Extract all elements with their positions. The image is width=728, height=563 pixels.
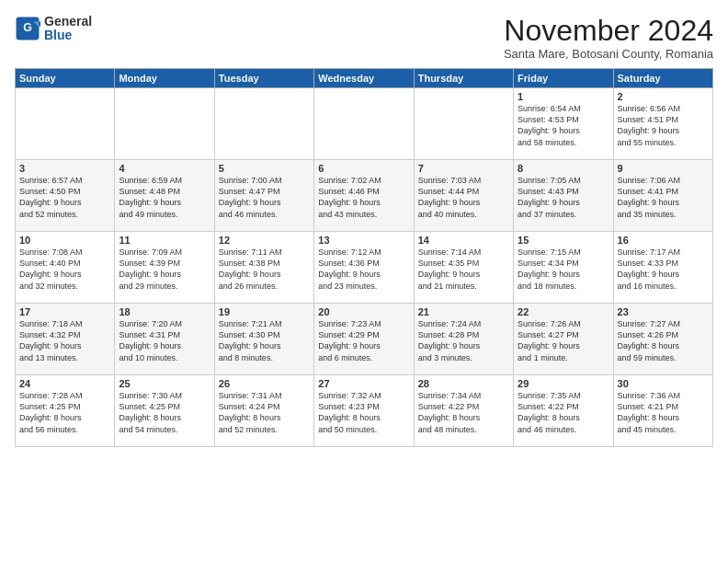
day-number: 13 [318,235,409,246]
day-number: 23 [618,306,709,317]
cell-w2-d3: 6Sunrise: 7:02 AM Sunset: 4:46 PM Daylig… [314,160,414,232]
cell-w3-d1: 11Sunrise: 7:09 AM Sunset: 4:39 PM Dayli… [115,232,214,304]
cell-w3-d2: 12Sunrise: 7:11 AM Sunset: 4:38 PM Dayli… [214,232,313,304]
cell-w1-d1 [115,88,214,160]
day-info: Sunrise: 7:18 AM Sunset: 4:32 PM Dayligh… [19,318,110,363]
cell-w4-d4: 21Sunrise: 7:24 AM Sunset: 4:28 PM Dayli… [414,304,513,375]
location-subtitle: Santa Mare, Botosani County, Romania [504,47,713,61]
week-row-2: 3Sunrise: 6:57 AM Sunset: 4:50 PM Daylig… [16,160,713,232]
day-number: 10 [19,235,110,246]
cell-w5-d2: 26Sunrise: 7:31 AM Sunset: 4:24 PM Dayli… [214,375,313,447]
day-info: Sunrise: 7:09 AM Sunset: 4:39 PM Dayligh… [119,247,210,292]
day-number: 8 [518,163,609,174]
cell-w3-d5: 15Sunrise: 7:15 AM Sunset: 4:34 PM Dayli… [514,232,613,304]
cell-w1-d0 [16,88,115,160]
cell-w1-d5: 1Sunrise: 6:54 AM Sunset: 4:53 PM Daylig… [514,88,613,160]
col-monday: Monday [115,69,214,88]
day-number: 5 [219,163,310,174]
day-number: 22 [518,306,609,317]
cell-w3-d6: 16Sunrise: 7:17 AM Sunset: 4:33 PM Dayli… [613,232,712,304]
day-number: 24 [19,378,110,389]
day-number: 16 [618,235,709,246]
day-info: Sunrise: 7:27 AM Sunset: 4:26 PM Dayligh… [618,318,709,363]
day-number: 4 [119,163,210,174]
day-number: 9 [618,163,709,174]
day-info: Sunrise: 7:03 AM Sunset: 4:44 PM Dayligh… [418,175,509,220]
day-info: Sunrise: 6:56 AM Sunset: 4:51 PM Dayligh… [618,103,709,148]
cell-w1-d3 [314,88,414,160]
cell-w2-d0: 3Sunrise: 6:57 AM Sunset: 4:50 PM Daylig… [16,160,115,232]
day-info: Sunrise: 7:31 AM Sunset: 4:24 PM Dayligh… [219,390,310,435]
cell-w1-d2 [214,88,313,160]
day-info: Sunrise: 7:00 AM Sunset: 4:47 PM Dayligh… [219,175,310,220]
cell-w1-d6: 2Sunrise: 6:56 AM Sunset: 4:51 PM Daylig… [613,88,712,160]
day-number: 19 [219,306,310,317]
cell-w5-d3: 27Sunrise: 7:32 AM Sunset: 4:23 PM Dayli… [314,375,414,447]
day-info: Sunrise: 7:36 AM Sunset: 4:21 PM Dayligh… [618,390,709,435]
day-number: 2 [618,91,709,102]
day-info: Sunrise: 7:23 AM Sunset: 4:29 PM Dayligh… [318,318,409,363]
cell-w5-d6: 30Sunrise: 7:36 AM Sunset: 4:21 PM Dayli… [613,375,712,447]
day-info: Sunrise: 6:54 AM Sunset: 4:53 PM Dayligh… [518,103,609,148]
day-info: Sunrise: 7:28 AM Sunset: 4:25 PM Dayligh… [19,390,110,435]
cell-w1-d4 [414,88,513,160]
week-row-1: 1Sunrise: 6:54 AM Sunset: 4:53 PM Daylig… [16,88,713,160]
cell-w3-d4: 14Sunrise: 7:14 AM Sunset: 4:35 PM Dayli… [414,232,513,304]
day-info: Sunrise: 7:14 AM Sunset: 4:35 PM Dayligh… [418,247,509,292]
logo-blue-text: Blue [44,29,92,42]
cell-w3-d0: 10Sunrise: 7:08 AM Sunset: 4:40 PM Dayli… [16,232,115,304]
day-number: 28 [418,378,509,389]
header: G General Blue November 2024 Santa Mare,… [15,15,713,61]
month-title: November 2024 [504,15,713,47]
day-number: 29 [518,378,609,389]
col-saturday: Saturday [613,69,712,88]
week-row-4: 17Sunrise: 7:18 AM Sunset: 4:32 PM Dayli… [16,304,713,375]
col-sunday: Sunday [16,69,115,88]
day-info: Sunrise: 6:57 AM Sunset: 4:50 PM Dayligh… [19,175,110,220]
svg-text:G: G [23,22,32,35]
cell-w4-d6: 23Sunrise: 7:27 AM Sunset: 4:26 PM Dayli… [613,304,712,375]
day-info: Sunrise: 7:35 AM Sunset: 4:22 PM Dayligh… [518,390,609,435]
day-info: Sunrise: 7:02 AM Sunset: 4:46 PM Dayligh… [318,175,409,220]
week-row-3: 10Sunrise: 7:08 AM Sunset: 4:40 PM Dayli… [16,232,713,304]
day-info: Sunrise: 7:08 AM Sunset: 4:40 PM Dayligh… [19,247,110,292]
col-tuesday: Tuesday [214,69,313,88]
day-number: 30 [618,378,709,389]
col-friday: Friday [514,69,613,88]
day-info: Sunrise: 7:32 AM Sunset: 4:23 PM Dayligh… [318,390,409,435]
calendar-table: Sunday Monday Tuesday Wednesday Thursday… [15,68,713,447]
day-info: Sunrise: 7:26 AM Sunset: 4:27 PM Dayligh… [518,318,609,363]
day-info: Sunrise: 7:12 AM Sunset: 4:36 PM Dayligh… [318,247,409,292]
day-number: 14 [418,235,509,246]
logo-general-text: General [44,15,92,29]
day-number: 7 [418,163,509,174]
day-number: 20 [318,306,409,317]
day-info: Sunrise: 7:11 AM Sunset: 4:38 PM Dayligh… [219,247,310,292]
day-number: 27 [318,378,409,389]
col-wednesday: Wednesday [314,69,414,88]
day-info: Sunrise: 7:15 AM Sunset: 4:34 PM Dayligh… [518,247,609,292]
cell-w5-d0: 24Sunrise: 7:28 AM Sunset: 4:25 PM Dayli… [16,375,115,447]
cell-w4-d1: 18Sunrise: 7:20 AM Sunset: 4:31 PM Dayli… [115,304,214,375]
day-info: Sunrise: 7:34 AM Sunset: 4:22 PM Dayligh… [418,390,509,435]
logo-text: General Blue [44,15,92,43]
day-number: 11 [119,235,210,246]
day-info: Sunrise: 6:59 AM Sunset: 4:48 PM Dayligh… [119,175,210,220]
cell-w4-d5: 22Sunrise: 7:26 AM Sunset: 4:27 PM Dayli… [514,304,613,375]
cell-w5-d1: 25Sunrise: 7:30 AM Sunset: 4:25 PM Dayli… [115,375,214,447]
day-number: 21 [418,306,509,317]
title-block: November 2024 Santa Mare, Botosani Count… [504,15,713,61]
day-number: 6 [318,163,409,174]
logo: G General Blue [15,15,92,43]
cell-w5-d5: 29Sunrise: 7:35 AM Sunset: 4:22 PM Dayli… [514,375,613,447]
day-number: 15 [518,235,609,246]
cell-w5-d4: 28Sunrise: 7:34 AM Sunset: 4:22 PM Dayli… [414,375,513,447]
day-number: 12 [219,235,310,246]
day-info: Sunrise: 7:06 AM Sunset: 4:41 PM Dayligh… [618,175,709,220]
day-info: Sunrise: 7:05 AM Sunset: 4:43 PM Dayligh… [518,175,609,220]
day-number: 1 [518,91,609,102]
day-info: Sunrise: 7:17 AM Sunset: 4:33 PM Dayligh… [618,247,709,292]
day-info: Sunrise: 7:20 AM Sunset: 4:31 PM Dayligh… [119,318,210,363]
day-number: 17 [19,306,110,317]
page: G General Blue November 2024 Santa Mare,… [0,0,728,563]
